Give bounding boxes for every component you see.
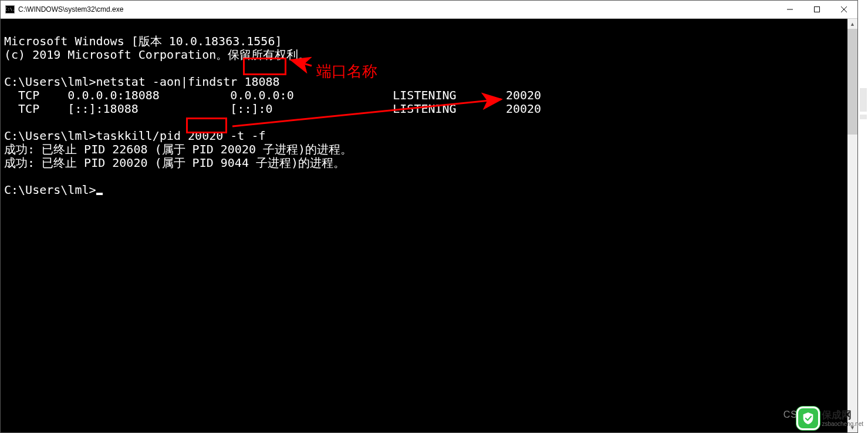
- window-title: C:\WINDOWS\system32\cmd.exe: [18, 5, 123, 14]
- term-line: (c) 2019 Microsoft Corporation。保留所有权利。: [4, 48, 844, 62]
- cursor-icon: [96, 193, 103, 195]
- terminal-output[interactable]: Microsoft Windows [版本 10.0.18363.1556](c…: [1, 19, 847, 432]
- title-bar[interactable]: C:\. C:\WINDOWS\system32\cmd.exe: [1, 1, 857, 19]
- term-line: TCP [::]:18088 [::]:0 LISTENING 20020: [4, 102, 844, 116]
- term-line: 成功: 已终止 PID 22608 (属于 PID 20020 子进程)的进程。: [4, 143, 844, 156]
- term-line: C:\Users\lml>taskkill/pid 20020 -t -f: [4, 129, 844, 143]
- scroll-thumb[interactable]: [847, 29, 857, 135]
- scroll-up-button[interactable]: ▲: [847, 19, 857, 29]
- watermark-domain: zsbaocheng.net: [822, 421, 863, 427]
- shield-check-icon: [798, 408, 818, 428]
- term-line: C:\Users\lml>netstat -aon|findstr 18088: [4, 75, 844, 89]
- csdn-watermark: CS: [783, 409, 798, 420]
- term-line: Microsoft Windows [版本 10.0.18363.1556]: [4, 35, 844, 48]
- vertical-scrollbar[interactable]: ▲ ▼: [847, 19, 857, 432]
- minimize-button[interactable]: [776, 1, 803, 18]
- terminal-area: Microsoft Windows [版本 10.0.18363.1556](c…: [1, 19, 857, 432]
- term-line: [4, 62, 844, 75]
- watermark-name: 保成网: [822, 410, 863, 420]
- svg-rect-1: [815, 7, 820, 12]
- site-watermark: 保成网 zsbaocheng.net: [798, 408, 863, 428]
- term-line: TCP 0.0.0.0:18088 0.0.0.0:0 LISTENING 20…: [4, 89, 844, 102]
- term-line: [4, 116, 844, 129]
- cmd-icon: C:\.: [5, 5, 15, 14]
- term-prompt: C:\Users\lml>: [4, 183, 844, 197]
- close-button[interactable]: [830, 1, 857, 18]
- cmd-window: C:\. C:\WINDOWS\system32\cmd.exe Microso…: [0, 0, 858, 433]
- background-fragment: [860, 115, 867, 119]
- window-controls: [776, 1, 857, 18]
- maximize-button[interactable]: [803, 1, 830, 18]
- background-fragment: [860, 88, 867, 112]
- term-line: [4, 170, 844, 183]
- term-line: 成功: 已终止 PID 20020 (属于 PID 9044 子进程)的进程。: [4, 156, 844, 170]
